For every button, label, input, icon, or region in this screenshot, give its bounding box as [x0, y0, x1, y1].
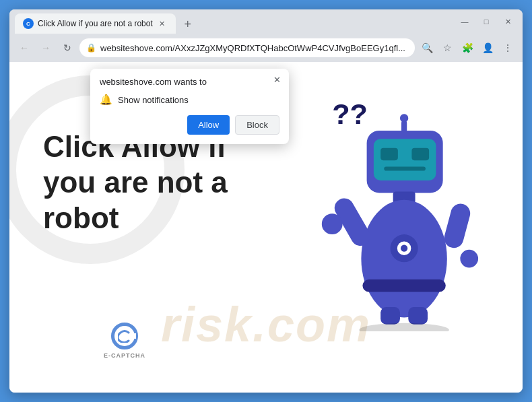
- minimize-button[interactable]: —: [455, 14, 474, 29]
- browser-window: C Click Allow if you are not a robot ✕ +…: [9, 9, 523, 393]
- refresh-button[interactable]: ↻: [58, 38, 77, 57]
- svg-point-15: [322, 213, 343, 234]
- new-tab-button[interactable]: +: [178, 15, 197, 34]
- tab-close-button[interactable]: ✕: [157, 18, 168, 29]
- tab-area: C Click Allow if you are not a robot ✕ +: [15, 9, 450, 34]
- bell-icon: 🔔: [100, 94, 112, 106]
- svg-point-20: [359, 323, 449, 331]
- extensions-icon[interactable]: 🧩: [458, 38, 477, 57]
- svg-rect-13: [362, 279, 445, 292]
- tab-favicon: C: [23, 18, 34, 29]
- page-content: risk.com Click Allow if you are not a ro…: [9, 62, 523, 393]
- menu-icon[interactable]: ⋮: [498, 38, 517, 57]
- main-heading: Click Allow if you are not a robot: [43, 129, 228, 236]
- profile-icon[interactable]: 👤: [478, 38, 497, 57]
- robot-svg: ??: [307, 82, 496, 331]
- notification-popup: ✕ websiteshove.com wants to 🔔 Show notif…: [90, 69, 289, 144]
- forward-button[interactable]: →: [36, 38, 55, 57]
- captcha-label: E-CAPTCHA: [104, 352, 145, 359]
- url-text: websiteshove.com/AXxzJZgXMyQRDfXTQHabcOt…: [100, 43, 408, 53]
- robot-illustration: ??: [307, 82, 496, 331]
- popup-actions: Allow Block: [100, 115, 279, 135]
- svg-point-7: [400, 114, 408, 122]
- title-bar: C Click Allow if you are not a robot ✕ +…: [9, 9, 523, 34]
- popup-permission: 🔔 Show notifications: [100, 94, 279, 106]
- svg-rect-16: [442, 201, 472, 250]
- lock-icon: 🔒: [86, 43, 96, 53]
- toolbar-icons: 🔍 ☆ 🧩 👤 ⋮: [418, 38, 517, 57]
- captcha-c-svg: [118, 329, 131, 343]
- svg-point-12: [401, 245, 407, 252]
- svg-rect-3: [380, 148, 398, 161]
- popup-title: websiteshove.com wants to: [100, 77, 279, 87]
- allow-button[interactable]: Allow: [187, 115, 230, 135]
- block-button[interactable]: Block: [235, 115, 279, 135]
- captcha-icon: [111, 323, 138, 349]
- svg-rect-18: [380, 307, 400, 325]
- address-bar: ← → ↻ 🔒 websiteshove.com/AXxzJZgXMyQRDfX…: [9, 34, 523, 62]
- tab-title: Click Allow if you are not a robot: [38, 19, 153, 28]
- window-controls: — □ ✕: [455, 14, 517, 29]
- active-tab[interactable]: C Click Allow if you are not a robot ✕: [15, 13, 176, 34]
- svg-point-17: [460, 250, 478, 268]
- close-button[interactable]: ✕: [498, 14, 517, 29]
- svg-rect-4: [411, 148, 429, 161]
- svg-rect-5: [384, 166, 426, 170]
- main-text-line2: you are not a: [43, 166, 228, 199]
- captcha-logo: E-CAPTCHA: [104, 323, 145, 359]
- svg-rect-19: [408, 307, 428, 325]
- back-button[interactable]: ←: [15, 38, 34, 57]
- permission-text: Show notifications: [118, 95, 189, 105]
- bookmark-icon[interactable]: ☆: [438, 38, 457, 57]
- popup-close-button[interactable]: ✕: [270, 73, 284, 86]
- search-icon[interactable]: 🔍: [418, 38, 436, 57]
- main-text-line3: robot: [43, 201, 119, 234]
- address-input[interactable]: 🔒 websiteshove.com/AXxzJZgXMyQRDfXTQHabc…: [79, 38, 415, 57]
- maximize-button[interactable]: □: [477, 14, 496, 29]
- svg-text:??: ??: [332, 98, 368, 130]
